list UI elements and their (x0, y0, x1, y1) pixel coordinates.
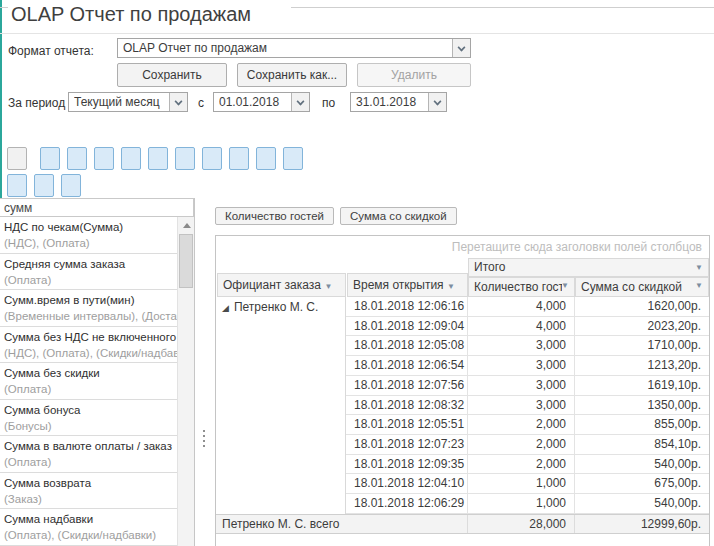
category-filter-button[interactable] (67, 147, 87, 170)
table-row[interactable]: 18.01.2018 12:09:04 4,000 2023,20р. (216, 317, 709, 337)
discounted-sum-cell: 1213,20р. (575, 356, 709, 376)
discounted-sum-cell: 1619,10р. (575, 376, 709, 396)
measure-field-list: НДС по чекам(Сумма) (НДС), (Оплата) Сред… (0, 217, 177, 546)
delete-button: Удалить (357, 63, 471, 87)
open-time-cell: 18.01.2018 12:05:51 (346, 415, 468, 435)
guest-count-cell: 1,000 (468, 474, 575, 494)
category-filter-button[interactable] (256, 147, 276, 170)
date-from-picker[interactable]: 01.01.2018 (213, 92, 310, 112)
period-preset-combobox[interactable]: Текущий месяц (68, 92, 188, 112)
collapse-group-icon[interactable] (222, 303, 229, 313)
scroll-up-icon[interactable] (178, 217, 194, 233)
field-search-input[interactable] (0, 198, 194, 217)
row-group-cell[interactable]: Петренко М. С. (222, 300, 318, 314)
filter-dropdown-icon[interactable] (561, 277, 569, 295)
group-box-line-left (0, 7, 8, 8)
column-header-discounted-sum[interactable]: Сумма со скидкой (575, 277, 709, 297)
guest-count-cell: 1,000 (468, 494, 575, 514)
open-time-cell: 18.01.2018 12:07:56 (346, 376, 468, 396)
field-list-scrollbar[interactable] (177, 217, 194, 546)
date-to-value: 31.01.2018 (356, 93, 426, 111)
category-filter-button[interactable] (283, 147, 303, 170)
save-button[interactable]: Сохранить (117, 63, 227, 87)
scrollbar-thumb[interactable] (179, 234, 193, 288)
discounted-sum-cell: 540,00р. (575, 494, 709, 514)
row-header-waiter[interactable]: Официант заказа (217, 273, 346, 297)
guest-count-cell: 3,000 (468, 396, 575, 416)
measure-field-item[interactable]: Сумм.время в пути(мин) (Временные интерв… (0, 290, 177, 327)
category-filter-button[interactable] (94, 147, 114, 170)
column-group-header-total[interactable]: Итого (468, 258, 709, 277)
measure-field-categories: (Оплата) (4, 455, 177, 470)
group-total-row[interactable]: Петренко М. С. всего 28,000 12999,60р. (216, 514, 709, 534)
header-separator (0, 33, 714, 34)
category-filter-button[interactable] (175, 147, 195, 170)
measure-field-item[interactable]: Сумма возврата (Заказ) (0, 473, 177, 510)
measure-field-title: Сумма без скидки (4, 365, 177, 382)
measure-field-categories: (Оплата) (4, 382, 177, 397)
date-from-label: с (198, 96, 204, 110)
filter-dropdown-icon[interactable] (695, 258, 703, 275)
filter-dropdown-icon[interactable] (324, 282, 332, 291)
category-filter-button[interactable] (202, 147, 222, 170)
filter-dropdown-icon[interactable] (447, 282, 455, 291)
date-to-picker[interactable]: 31.01.2018 (350, 92, 447, 112)
open-time-cell: 18.01.2018 12:07:23 (346, 435, 468, 455)
table-row[interactable]: 18.01.2018 12:04:10 1,000 675,00р. (216, 474, 709, 494)
category-filter-button[interactable] (121, 147, 141, 170)
measure-field-item[interactable]: Средняя сумма заказа (Оплата) (0, 254, 177, 291)
discounted-sum-cell: 540,00р. (575, 455, 709, 475)
category-filter-button[interactable] (7, 147, 27, 170)
category-filter-button[interactable] (7, 174, 27, 197)
chevron-down-icon[interactable] (428, 93, 446, 111)
measure-field-item[interactable]: Сумма бонуса (Бонусы) (0, 400, 177, 437)
row-header-open-time[interactable]: Время открытия (347, 273, 468, 297)
open-time-cell: 18.01.2018 12:08:32 (346, 396, 468, 416)
category-filter-button[interactable] (148, 147, 168, 170)
category-filter-button[interactable] (34, 174, 54, 197)
table-row[interactable]: 18.01.2018 12:09:35 2,000 540,00р. (216, 455, 709, 475)
measure-field-title: Средняя сумма заказа (4, 256, 177, 273)
table-row[interactable]: 18.01.2018 12:07:23 2,000 854,10р. (216, 435, 709, 455)
category-filter-button[interactable] (61, 174, 81, 197)
discounted-sum-cell: 1710,00р. (575, 336, 709, 356)
guest-count-cell: 3,000 (468, 356, 575, 376)
chevron-down-icon[interactable] (169, 93, 187, 111)
table-row[interactable]: 18.01.2018 12:05:08 3,000 1710,00р. (216, 336, 709, 356)
format-label: Формат отчета: (8, 44, 94, 58)
panel-splitter-handle[interactable] (201, 430, 207, 458)
measure-field-item[interactable]: Сумма надбавки (Оплата), (Скидки/надбавк… (0, 509, 177, 546)
measure-field-categories: (Оплата), (Скидки/надбавки) (4, 528, 177, 543)
guest-count-cell: 3,000 (468, 376, 575, 396)
column-header-guest-count[interactable]: Количество гостей (468, 277, 575, 297)
table-row[interactable]: 18.01.2018 12:07:56 3,000 1619,10р. (216, 376, 709, 396)
category-filter-button[interactable] (40, 147, 60, 170)
measure-field-title: Сумма бонуса (4, 402, 177, 419)
selected-measure-chips: Количество гостейСумма со скидкой (215, 207, 457, 225)
report-format-combobox[interactable]: OLAP Отчет по продажам (117, 38, 471, 58)
measure-field-item[interactable]: Сумма без НДС не включенного в с (НДС), … (0, 327, 177, 364)
filter-dropdown-icon[interactable] (695, 277, 703, 295)
save-as-button[interactable]: Сохранить как... (237, 63, 347, 87)
discounted-sum-cell: 675,00р. (575, 474, 709, 494)
measure-field-item[interactable]: Сумма в валюте оплаты / заказ (Оплата) (0, 436, 177, 473)
table-row[interactable]: 18.01.2018 12:06:54 3,000 1213,20р. (216, 356, 709, 376)
measure-field-title: Сумм.время в пути(мин) (4, 292, 177, 309)
measure-field-item[interactable]: Сумма без скидки (Оплата) (0, 363, 177, 400)
measure-field-item[interactable]: НДС по чекам(Сумма) (НДС), (Оплата) (0, 217, 177, 254)
measure-chip[interactable]: Сумма со скидкой (340, 207, 457, 225)
group-total-guests: 28,000 (468, 515, 575, 533)
category-filter-button[interactable] (229, 147, 249, 170)
table-row[interactable]: 18.01.2018 12:08:32 3,000 1350,00р. (216, 396, 709, 416)
table-row[interactable]: 18.01.2018 12:05:51 2,000 855,00р. (216, 415, 709, 435)
table-row[interactable]: 18.01.2018 12:06:29 1,000 540,00р. (216, 494, 709, 514)
measure-field-title: НДС по чекам(Сумма) (4, 219, 177, 236)
measure-field-categories: (Временные интервалы), (Доставк (4, 309, 177, 324)
chevron-down-icon[interactable] (291, 93, 309, 111)
chevron-down-icon[interactable] (452, 39, 470, 57)
measure-chip[interactable]: Количество гостей (215, 207, 334, 225)
discounted-sum-cell: 855,00р. (575, 415, 709, 435)
guest-count-cell: 4,000 (468, 297, 575, 317)
measure-field-categories: (НДС), (Оплата) (4, 236, 177, 251)
category-filter-row-2 (7, 174, 714, 198)
